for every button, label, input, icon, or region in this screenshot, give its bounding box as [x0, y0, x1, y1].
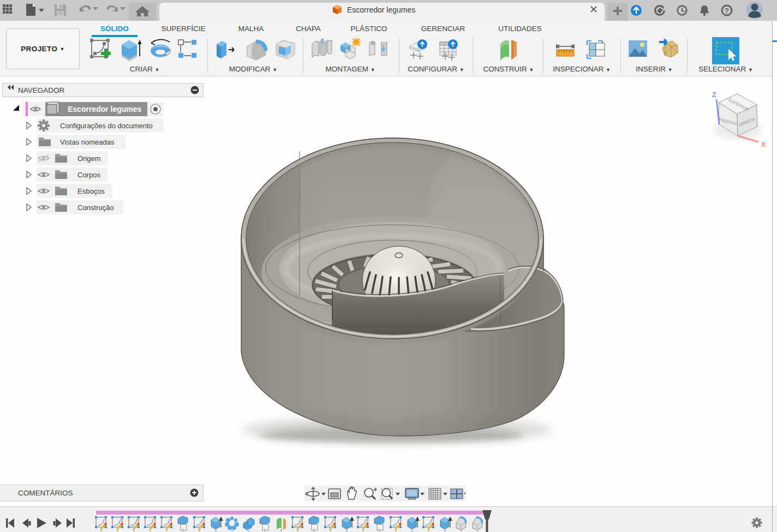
svg-text:?: ? — [725, 7, 729, 15]
svg-text:Escorredor legumes: Escorredor legumes — [347, 5, 415, 14]
svg-text:X: X — [761, 140, 766, 148]
svg-text:Z: Z — [712, 91, 716, 99]
